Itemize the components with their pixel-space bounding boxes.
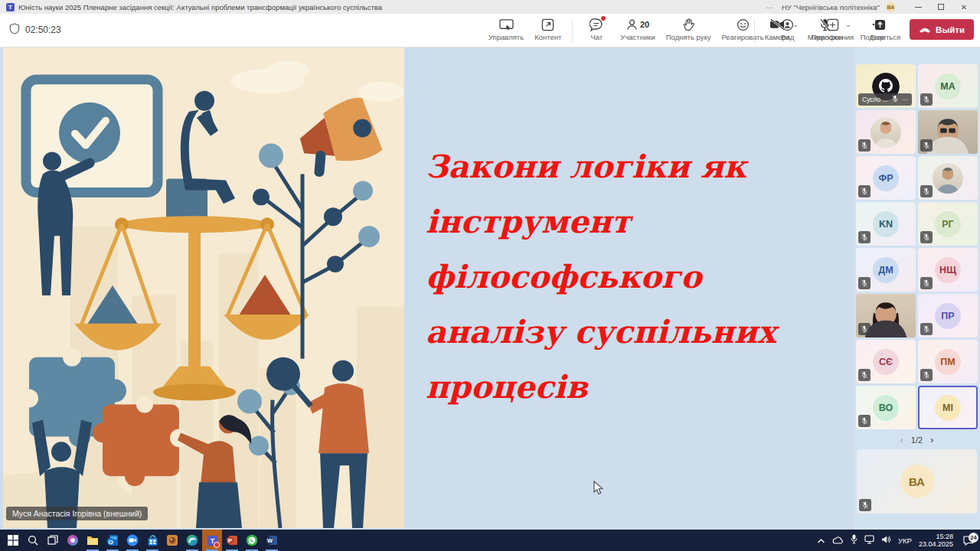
user-avatar[interactable]: ВА	[886, 2, 896, 12]
participant-grid: Сусло ...⋯MAФРKNРГДМНЩПРСЄПМВОМІ	[856, 64, 978, 429]
manage-button[interactable]: Управлять	[488, 17, 524, 41]
camera-button[interactable]: Камера	[764, 17, 790, 41]
mic-off-badge	[920, 231, 933, 243]
leave-button[interactable]: Выйти	[910, 19, 974, 40]
tray-time: 15:28	[919, 533, 953, 541]
participant-tile-woman-dark-hair[interactable]	[856, 294, 916, 337]
phone-hangup-icon	[919, 25, 931, 34]
mic-off-badge	[920, 93, 933, 106]
mouse-cursor	[593, 481, 603, 495]
mic-off-badge	[858, 415, 871, 427]
chat-notification-dot	[601, 16, 606, 21]
participant-tile-МІ[interactable]: МІ	[918, 386, 978, 429]
mic-button[interactable]: Микрофон	[808, 17, 843, 41]
teams-icon: T	[6, 3, 15, 11]
toolbar-divider	[572, 20, 573, 43]
participant-tile-НЩ[interactable]: НЩ	[918, 248, 978, 292]
participants-count: 20	[640, 20, 649, 29]
raise-hand-icon	[683, 17, 694, 32]
participant-tile-octocat[interactable]: Сусло ...⋯	[856, 64, 916, 108]
onedrive-icon[interactable]	[832, 533, 844, 547]
presenter-name-label: Муся Анастасія Ігорівна (внешний)	[6, 507, 148, 520]
teams-taskbar-icon[interactable]: T	[202, 530, 222, 551]
store-icon[interactable]	[142, 530, 162, 551]
participant-initials: ВО	[873, 395, 899, 421]
network-icon[interactable]	[864, 533, 874, 547]
more-icon[interactable]: ⋯	[902, 96, 909, 103]
whatsapp-icon[interactable]	[242, 530, 262, 551]
participants-button[interactable]: 20 Участники	[620, 17, 655, 41]
window-titlebar: T Юність науки 2025 Пленарне засідання с…	[0, 0, 980, 14]
participant-name-label: Сусло ...⋯	[858, 93, 912, 106]
participant-tile-person-glasses[interactable]	[918, 110, 978, 154]
shield-icon	[9, 23, 20, 37]
search-icon[interactable]	[23, 530, 43, 551]
titlebar-more-icon[interactable]: ⋯	[766, 3, 775, 11]
notification-count-badge: 24	[969, 533, 978, 543]
participant-tile-ПР[interactable]: ПР	[918, 294, 978, 337]
participant-tile-KN[interactable]: KN	[856, 202, 916, 246]
participant-tile-ПМ[interactable]: ПМ	[918, 340, 978, 383]
participant-photo-avatar	[871, 117, 901, 148]
participant-tile-ДМ[interactable]: ДМ	[856, 248, 916, 292]
participant-initials: KN	[873, 211, 899, 237]
content-button[interactable]: Контент	[534, 17, 561, 41]
mic-off-badge	[858, 369, 871, 381]
task-view-icon[interactable]	[43, 530, 63, 551]
slide-illustration	[3, 47, 404, 528]
action-center-icon[interactable]: 24	[960, 532, 977, 549]
participant-initials: МІ	[935, 395, 961, 421]
chat-button[interactable]: Чат	[583, 17, 609, 41]
word-icon[interactable]: W	[262, 530, 282, 551]
button-label: Участники	[620, 33, 655, 41]
outlook-icon[interactable]: O	[103, 530, 122, 551]
system-tray: УКР 15:28 23.04.2025 24	[817, 532, 977, 549]
participant-tile-woman-avatar[interactable]	[856, 110, 916, 154]
meeting-title: Юність науки 2025 Пленарне засідання сек…	[18, 3, 382, 11]
self-view-tile[interactable]: ВА	[857, 449, 977, 514]
participant-tile-MA[interactable]: MA	[918, 64, 978, 108]
language-indicator[interactable]: УКР	[898, 536, 912, 545]
participant-tile-СЄ[interactable]: СЄ	[856, 340, 916, 383]
raise-hand-button[interactable]: Поднять руку	[666, 17, 711, 41]
share-button[interactable]: Поделиться	[861, 17, 900, 41]
participant-tile-ФР[interactable]: ФР	[856, 156, 916, 200]
tray-clock[interactable]: 15:28 23.04.2025	[919, 533, 953, 549]
org-name: НУ "Чернігівська політехніка"	[782, 3, 880, 11]
zoom-icon[interactable]	[122, 530, 142, 551]
share-content-icon	[541, 17, 554, 32]
mic-off-icon	[819, 17, 831, 32]
shared-screen-stage[interactable]: Закони логіки як інструмент філософськог…	[0, 47, 854, 530]
mic-off-badge	[920, 185, 933, 197]
prev-page-icon[interactable]: ‹	[900, 435, 903, 445]
start-button[interactable]	[3, 530, 23, 551]
mic-off-badge	[858, 139, 871, 152]
chevron-down-icon[interactable]: ⌄	[845, 21, 851, 28]
tray-expand-icon[interactable]	[817, 533, 825, 547]
button-label: Микрофон	[808, 33, 843, 41]
tray-mic-icon[interactable]	[851, 533, 858, 547]
participant-tile-man-avatar[interactable]	[918, 156, 978, 200]
close-button[interactable]: ✕	[952, 0, 975, 14]
minimize-button[interactable]	[906, 0, 929, 14]
chevron-down-icon[interactable]: ⌄	[792, 21, 799, 28]
smiley-icon	[737, 17, 750, 32]
leave-label: Выйти	[936, 25, 965, 34]
teams-notification-badge	[214, 542, 220, 548]
edge-icon[interactable]	[182, 530, 202, 551]
mic-off-badge	[858, 323, 871, 335]
orange-app-icon[interactable]	[162, 530, 182, 551]
participant-photo-avatar	[933, 163, 963, 194]
button-label: Поднять руку	[666, 33, 711, 41]
screen-manage-icon	[499, 17, 514, 32]
speaker-icon[interactable]	[881, 533, 891, 547]
participant-tile-РГ[interactable]: РГ	[918, 202, 978, 246]
next-page-icon[interactable]: ›	[930, 435, 933, 445]
copilot-icon[interactable]	[63, 530, 83, 551]
file-explorer-icon[interactable]	[83, 530, 103, 551]
maximize-button[interactable]	[929, 0, 952, 14]
participant-tile-ВО[interactable]: ВО	[856, 386, 916, 429]
svg-text:P: P	[228, 537, 233, 544]
powerpoint-icon[interactable]: P	[222, 530, 242, 551]
participants-sidebar: Сусло ...⋯MAФРKNРГДМНЩПРСЄПМВОМІ ‹ 1/2 ›…	[854, 47, 980, 530]
